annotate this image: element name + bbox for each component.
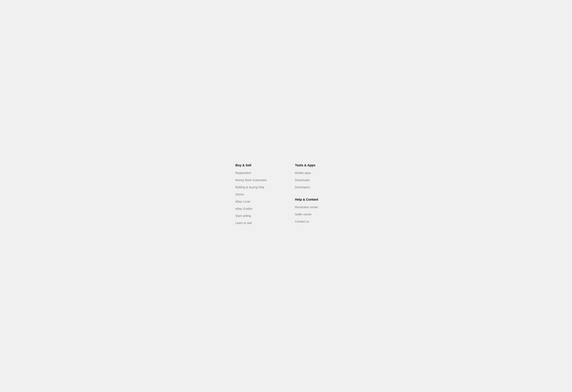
stores-link[interactable]: Stores <box>235 193 277 196</box>
learn-to-sell-link[interactable]: Learn to sell <box>235 222 277 225</box>
buy-sell-column: Buy & Sell Registration Money Back Guara… <box>235 163 277 229</box>
registration-link[interactable]: Registration <box>235 171 277 174</box>
footer-links-container: Buy & Sell Registration Money Back Guara… <box>229 154 343 238</box>
resolution-center-link[interactable]: Resolution center <box>295 206 337 209</box>
money-back-guarantee-link[interactable]: Money Back Guarantee <box>235 179 277 181</box>
mobile-apps-link[interactable]: Mobile apps <box>295 171 337 174</box>
right-column: Tools & Apps Mobile apps Downloads Devel… <box>295 163 337 229</box>
developers-link[interactable]: Developers <box>295 186 337 189</box>
bidding-buying-help-link[interactable]: Bidding & buying help <box>235 186 277 189</box>
ebay-local-link[interactable]: eBay Local <box>235 200 277 203</box>
start-selling-link[interactable]: Start selling <box>235 214 277 217</box>
help-content-heading: Help & Content <box>295 198 337 201</box>
seller-center-link[interactable]: Seller center <box>295 213 337 216</box>
contact-us-link[interactable]: Contact us <box>295 220 337 223</box>
tools-apps-heading: Tools & Apps <box>295 163 337 167</box>
ebay-guides-link[interactable]: eBay Guides <box>235 207 277 210</box>
downloads-link[interactable]: Downloads <box>295 179 337 181</box>
buy-sell-heading: Buy & Sell <box>235 163 277 167</box>
